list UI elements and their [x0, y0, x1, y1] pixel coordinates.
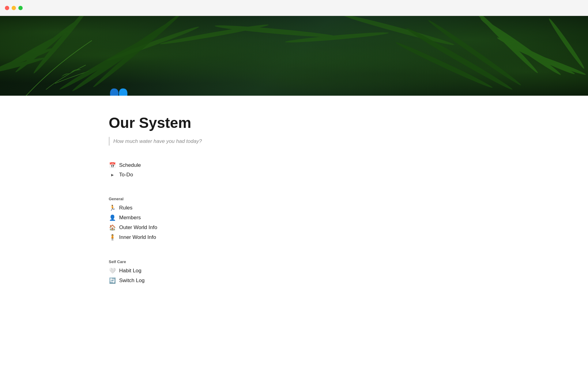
minimize-button[interactable] [12, 6, 16, 10]
items-group-selfcare: Self Care 🤍 Habit Log 🔄 Switch Log [109, 259, 372, 286]
schedule-label: Schedule [119, 162, 141, 168]
svg-point-17 [92, 16, 184, 89]
page-icon: 👥 [109, 86, 129, 96]
members-label: Members [119, 215, 141, 221]
svg-point-16 [58, 32, 156, 92]
list-item-inner-world-info[interactable]: 🧍 Inner World Info [109, 232, 372, 242]
subtitle-area: How much water have you had today? [109, 137, 372, 146]
svg-point-2 [14, 19, 78, 74]
list-item-rules[interactable]: 🏃 Rules [109, 203, 372, 213]
list-item-schedule[interactable]: 📅 Schedule [109, 160, 372, 170]
maximize-button[interactable] [18, 6, 23, 10]
rules-label: Rules [119, 205, 132, 211]
titlebar [0, 0, 588, 16]
fern-decoration [0, 16, 588, 96]
list-item-members[interactable]: 👤 Members [109, 213, 372, 223]
outer-world-info-label: Outer World Info [119, 224, 157, 231]
items-group-1: 📅 Schedule ▶ To-Do [109, 160, 372, 179]
list-item-switch-log[interactable]: 🔄 Switch Log [109, 276, 372, 286]
main-wrapper: 👥 Our System How much water have you had… [0, 16, 588, 322]
svg-point-19 [427, 18, 522, 87]
items-group-general: General 🏃 Rules 👤 Members 🏠 Outer World … [109, 197, 372, 242]
inner-world-info-label: Inner World Info [119, 234, 156, 240]
list-item-todo[interactable]: ▶ To-Do [109, 170, 372, 179]
todo-label: To-Do [119, 172, 133, 178]
heart-icon: 🤍 [109, 267, 116, 274]
toggle-arrow-icon: ▶ [109, 173, 116, 177]
svg-point-13 [341, 16, 455, 47]
person-standing-icon: 🧍 [109, 234, 116, 241]
content-section: Our System How much water have you had t… [109, 96, 372, 322]
hero-banner: 👥 [0, 16, 588, 96]
close-button[interactable] [5, 6, 9, 10]
page-title: Our System [109, 114, 372, 132]
members-icon: 👤 [109, 214, 116, 221]
rules-icon: 🏃 [109, 205, 116, 211]
switch-log-label: Switch Log [119, 278, 145, 284]
svg-point-7 [471, 16, 539, 75]
house-icon: 🏠 [109, 224, 116, 231]
group-label-general: General [109, 197, 372, 201]
calendar-icon: 📅 [109, 162, 116, 169]
subtitle-text: How much water have you had today? [113, 137, 202, 146]
switch-icon: 🔄 [109, 277, 116, 284]
list-item-habit-log[interactable]: 🤍 Habit Log [109, 266, 372, 276]
list-item-outer-world-info[interactable]: 🏠 Outer World Info [109, 223, 372, 232]
subtitle-border [109, 137, 110, 146]
habit-log-label: Habit Log [119, 268, 141, 274]
traffic-lights [5, 6, 23, 10]
group-label-selfcare: Self Care [109, 259, 372, 264]
